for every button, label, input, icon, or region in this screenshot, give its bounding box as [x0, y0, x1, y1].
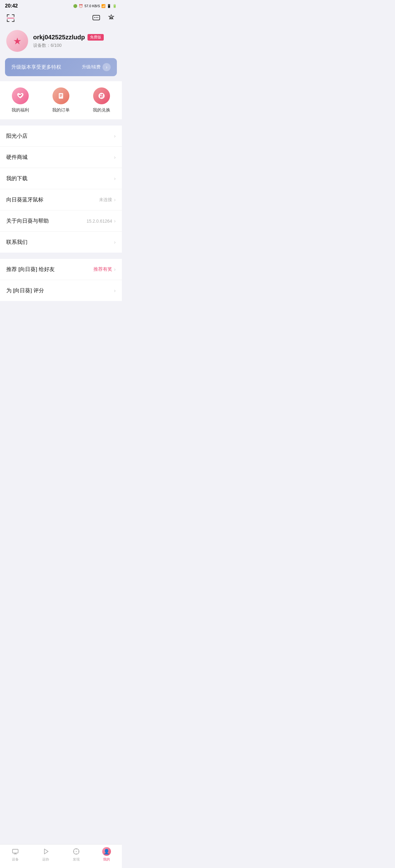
alarm-icon: ⏰: [79, 4, 83, 8]
menu-item-recommend-friend-label: 推荐 [向日葵] 给好友: [6, 266, 55, 273]
menu-item-rate-app-right: ›: [114, 288, 116, 293]
status-bar: 20:42 🟢 ⏰ 57.0 KB/S 📶 📱 🔋: [0, 0, 122, 10]
svg-point-10: [94, 17, 95, 18]
menu-item-rate-app-label: 为 [向日葵] 评分: [6, 287, 44, 294]
chevron-icon: ›: [114, 240, 116, 245]
profile-name-row: orkj042525zzludp 免费版: [33, 34, 116, 41]
profile-info: orkj042525zzludp 免费版 设备数：6/100: [33, 34, 116, 49]
profile-section: ★ orkj042525zzludp 免费版 设备数：6/100: [0, 28, 122, 58]
menu-item-my-download-label: 我的下载: [6, 175, 28, 182]
chevron-icon: ›: [114, 176, 116, 181]
separator-1: [0, 123, 122, 126]
menu-item-my-download-right: ›: [114, 176, 116, 181]
wechat-icon: 🟢: [73, 4, 78, 8]
scan-button[interactable]: [5, 12, 16, 24]
menu-item-sunshine-shop-label: 阳光小店: [6, 132, 28, 140]
svg-marker-13: [109, 15, 114, 19]
menu-item-bluetooth-mouse-label: 向日葵蓝牙鼠标: [6, 196, 44, 203]
battery-icon: 🔋: [113, 4, 117, 8]
upgrade-action-label: 升级/续费: [82, 64, 101, 70]
svg-point-19: [98, 93, 105, 99]
menu-item-sunshine-shop[interactable]: 阳光小店 ›: [0, 126, 122, 147]
menu-item-about-help[interactable]: 关于向日葵与帮助 15.2.0.61264 ›: [0, 211, 122, 232]
svg-rect-1: [7, 14, 7, 17]
svg-rect-3: [14, 14, 15, 17]
version-number: 15.2.0.61264: [87, 219, 112, 223]
chevron-icon: ›: [114, 155, 116, 160]
svg-rect-16: [60, 94, 62, 95]
svg-rect-7: [12, 21, 15, 22]
avatar-icon: ★: [13, 36, 22, 46]
menu-item-hardware-mall-label: 硬件商城: [6, 154, 28, 161]
network-speed: 57.0 KB/S: [84, 4, 100, 8]
menu-item-recommend-friend-right: 推荐有奖 ›: [93, 266, 116, 272]
upgrade-text: 升级版本享受更多特权: [11, 64, 61, 70]
wifi-icon: 📶: [101, 4, 106, 8]
bluetooth-status: 未连接: [99, 197, 112, 203]
quick-actions: 我的福利 我的订单 我的兑换: [0, 81, 122, 119]
header-right-icons: [91, 12, 117, 24]
menu-item-contact-us[interactable]: 联系我们 ›: [0, 232, 122, 253]
menu-section-recommend: 推荐 [向日葵] 给好友 推荐有奖 › 为 [向日葵] 评分 ›: [0, 259, 122, 301]
upgrade-arrow-icon: ›: [103, 63, 111, 71]
svg-rect-8: [7, 18, 15, 19]
profile-devices: 设备数：6/100: [33, 43, 116, 49]
svg-point-11: [96, 17, 97, 18]
signal-icon: 📱: [107, 4, 111, 8]
welfare-label: 我的福利: [11, 107, 29, 113]
menu-item-sunshine-shop-right: ›: [114, 133, 116, 139]
welfare-icon: [12, 87, 29, 104]
menu-item-contact-us-label: 联系我们: [6, 239, 28, 246]
upgrade-action[interactable]: 升级/续费 ›: [82, 63, 111, 71]
menu-item-recommend-friend[interactable]: 推荐 [向日葵] 给好友 推荐有奖 ›: [0, 259, 122, 280]
quick-action-order[interactable]: 我的订单: [40, 87, 81, 113]
menu-item-bluetooth-mouse-right: 未连接 ›: [99, 197, 116, 203]
menu-section-main: 阳光小店 › 硬件商城 › 我的下载 › 向日葵蓝牙鼠标 未连接 › 关于向日葵…: [0, 126, 122, 253]
quick-action-welfare[interactable]: 我的福利: [0, 87, 40, 113]
order-label: 我的订单: [52, 107, 70, 113]
svg-rect-17: [60, 95, 62, 96]
status-time: 20:42: [5, 3, 18, 9]
upgrade-banner[interactable]: 升级版本享受更多特权 升级/续费 ›: [5, 58, 117, 76]
recommend-reward-text: 推荐有奖: [93, 266, 112, 272]
separator-2: [0, 256, 122, 259]
avatar: ★: [6, 30, 28, 52]
status-icons: 🟢 ⏰ 57.0 KB/S 📶 📱 🔋: [73, 4, 117, 8]
menu-item-about-help-label: 关于向日葵与帮助: [6, 217, 49, 224]
menu-item-about-help-right: 15.2.0.61264 ›: [87, 218, 116, 224]
svg-rect-5: [7, 21, 9, 22]
profile-username: orkj042525zzludp: [33, 34, 85, 41]
order-icon: [53, 87, 69, 104]
message-button[interactable]: [91, 12, 102, 24]
svg-rect-15: [59, 93, 63, 99]
menu-item-contact-us-right: ›: [114, 240, 116, 245]
svg-rect-18: [60, 96, 62, 97]
chevron-icon: ›: [114, 197, 116, 203]
menu-item-rate-app[interactable]: 为 [向日葵] 评分 ›: [0, 280, 122, 301]
header-bar: [0, 10, 122, 28]
exchange-label: 我的兑换: [93, 107, 110, 113]
exchange-icon: [93, 87, 110, 104]
menu-item-hardware-mall[interactable]: 硬件商城 ›: [0, 147, 122, 168]
menu-item-my-download[interactable]: 我的下载 ›: [0, 168, 122, 189]
free-badge: 免费版: [87, 34, 104, 40]
menu-item-bluetooth-mouse[interactable]: 向日葵蓝牙鼠标 未连接 ›: [0, 189, 122, 211]
chevron-icon: ›: [114, 288, 116, 293]
chevron-icon: ›: [114, 218, 116, 224]
chevron-icon: ›: [114, 133, 116, 139]
chevron-icon: ›: [114, 267, 116, 272]
quick-action-exchange[interactable]: 我的兑换: [81, 87, 122, 113]
svg-point-12: [97, 17, 98, 18]
settings-button[interactable]: [106, 12, 117, 24]
menu-item-hardware-mall-right: ›: [114, 155, 116, 160]
